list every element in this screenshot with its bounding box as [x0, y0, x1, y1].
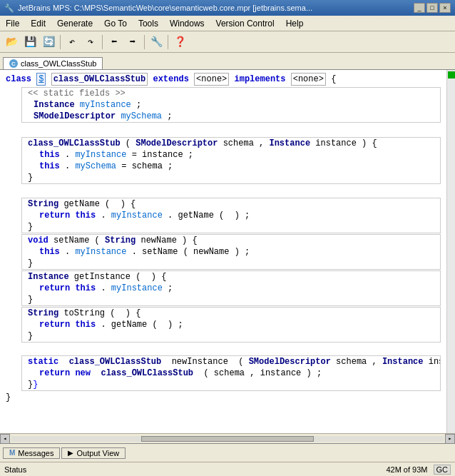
menu-file[interactable]: File [3, 18, 22, 29]
tab-label: class_OWLClassStub [21, 59, 96, 68]
tabs-bar: C class_OWLClassStub [0, 53, 455, 70]
toolbar-separator-1 [60, 35, 61, 49]
menu-tools[interactable]: Tools [136, 18, 161, 29]
undo-button[interactable]: ↶ [63, 34, 81, 51]
tostring-decl: String toString ( ) { [22, 308, 440, 319]
getinstance-section: Instance getInstance ( ) { return this .… [21, 270, 441, 306]
constructor-body-line2: this . mySchema = schema ; [22, 161, 440, 172]
menu-bar: File Edit Generate Go To Tools Windows V… [0, 16, 455, 31]
status-indicator [448, 71, 455, 79]
scroll-thumb[interactable] [141, 436, 314, 442]
help-button[interactable]: ❓ [171, 34, 188, 51]
static-fields-header: << static fields >> [22, 88, 440, 99]
toolbar-separator-4 [168, 35, 168, 49]
close-button[interactable]: × [439, 3, 451, 13]
blank-line-1 [0, 124, 455, 136]
extends-box[interactable]: <none> [194, 73, 229, 86]
minimize-button[interactable]: _ [414, 3, 425, 13]
newinstance-section: static class_OWLClassStub newInstance ( … [21, 355, 441, 391]
constructor-decl: class_OWLClassStub ( SModelDescriptor sc… [22, 138, 440, 149]
title-bar-left: 🔧 JetBrains MPS: C:\MPS\SemanticWeb\core… [4, 4, 312, 13]
maximize-button[interactable]: □ [426, 3, 438, 13]
setname-decl: void setName ( String newName ) { [22, 235, 440, 246]
back-button[interactable]: ⬅ [106, 34, 123, 51]
bottom-padding [0, 403, 455, 417]
field1-line: Instance myInstance ; [22, 99, 440, 111]
blank-line-2 [0, 186, 455, 197]
implements-box[interactable]: <none> [291, 73, 326, 86]
menu-windows[interactable]: Windows [167, 18, 208, 29]
memory-usage: 42M of 93M [386, 465, 427, 474]
bottom-tabs: M Messages ▶ Output View [0, 443, 455, 462]
blank-line-3 [0, 343, 455, 355]
open-folder-button[interactable]: 📂 [3, 34, 20, 51]
getinstance-close: } [22, 294, 440, 305]
messages-label: Messages [18, 449, 53, 457]
menu-help[interactable]: Help [283, 18, 307, 29]
getname-decl: String getName ( ) { [22, 198, 440, 210]
scroll-left-button[interactable]: ◂ [0, 434, 10, 444]
scroll-track[interactable] [11, 436, 444, 442]
menu-generate[interactable]: Generate [54, 18, 96, 29]
status-bar: Status 42M of 93M GC [0, 462, 455, 476]
code-area[interactable]: class $ class_OWLClassStub extends <none… [0, 70, 455, 433]
setname-body: this . myInstance . setName ( newName ) … [22, 246, 440, 258]
cursor-marker: $ [36, 73, 46, 86]
title-text: JetBrains MPS: C:\MPS\SemanticWeb\core\s… [18, 4, 312, 12]
menu-edit[interactable]: Edit [28, 18, 48, 29]
save-button[interactable]: 💾 [21, 34, 39, 51]
constructor-close: } [22, 172, 440, 183]
field2-line: SModelDescriptor mySchema ; [22, 111, 440, 122]
output-view-label: Output View [76, 449, 119, 457]
getinstance-decl: Instance getInstance ( ) { [22, 271, 440, 283]
output-view-tab[interactable]: ▶ Output View [61, 447, 126, 459]
redo-button[interactable]: ↷ [82, 34, 99, 51]
horizontal-scrollbar[interactable]: ◂ ▸ [0, 433, 455, 443]
newinstance-decl: static class_OWLClassStub newInstance ( … [22, 356, 440, 368]
tostring-section: String toString ( ) { return this . getN… [21, 307, 441, 343]
class-name-box[interactable]: class_OWLClassStub [51, 73, 148, 86]
tostring-close: } [22, 330, 440, 342]
constructor-section: class_OWLClassStub ( SModelDescriptor sc… [21, 137, 441, 184]
static-fields-section: << static fields >> Instance myInstance … [21, 87, 441, 123]
status-text: Status [4, 465, 26, 474]
editor-container[interactable]: class $ class_OWLClassStub extends <none… [0, 70, 455, 433]
setname-close: } [22, 258, 440, 269]
tostring-body: return this . getName ( ) ; [22, 319, 440, 330]
menu-vcs[interactable]: Version Control [213, 18, 277, 29]
main-wrapper: C class_OWLClassStub class $ class_OWLCl… [0, 53, 455, 476]
editor-wrapper: class $ class_OWLClassStub extends <none… [0, 70, 455, 443]
setname-section: void setName ( String newName ) { this .… [21, 234, 441, 270]
getname-body: return this . myInstance . getName ( ) ; [22, 210, 440, 221]
toolbar-separator-3 [144, 35, 145, 49]
newinstance-body: return new class_OWLClassStub ( schema ,… [22, 368, 440, 379]
title-bar: 🔧 JetBrains MPS: C:\MPS\SemanticWeb\core… [0, 0, 455, 16]
scroll-right-button[interactable]: ▸ [445, 434, 455, 444]
menu-goto[interactable]: Go To [101, 18, 130, 29]
getname-section: String getName ( ) { return this . myIns… [21, 198, 441, 233]
settings-button[interactable]: 🔧 [148, 34, 165, 51]
tab-class-icon: C [9, 59, 18, 68]
messages-tab[interactable]: M Messages [3, 447, 60, 459]
getinstance-body: return this . myInstance ; [22, 283, 440, 294]
app-icon: 🔧 [4, 4, 14, 13]
output-icon: ▶ [68, 449, 73, 457]
refresh-button[interactable]: 🔄 [40, 34, 57, 51]
title-bar-controls[interactable]: _ □ × [414, 3, 451, 13]
getname-close: } [22, 221, 440, 233]
editor-tab[interactable]: C class_OWLClassStub [3, 57, 103, 69]
messages-icon: M [9, 449, 15, 457]
right-stripe [446, 70, 455, 433]
status-right: 42M of 93M GC [386, 465, 451, 475]
outer-close: } [0, 392, 455, 403]
newinstance-close: }} [22, 379, 440, 390]
toolbar-separator-2 [102, 35, 103, 49]
toolbar: 📂 💾 🔄 ↶ ↷ ⬅ ➡ 🔧 ❓ [0, 31, 455, 53]
class-decl-line: class $ class_OWLClassStub extends <none… [0, 73, 455, 86]
gc-button[interactable]: GC [434, 465, 451, 475]
constructor-body-line1: this . myInstance = instance ; [22, 149, 440, 161]
forward-button[interactable]: ➡ [124, 34, 141, 51]
